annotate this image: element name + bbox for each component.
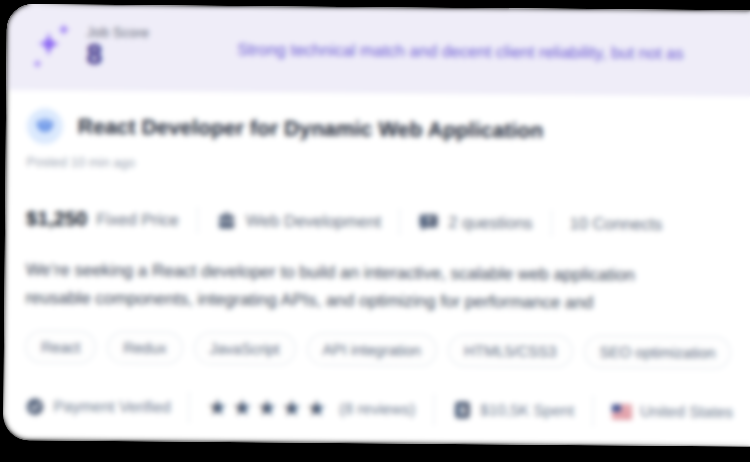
svg-text:$: $ [459,404,465,416]
skill-tag[interactable]: JavaScript [193,332,295,366]
screenshot-frame: Job Score 8 Strong technical match and d… [0,0,750,462]
reviews-count: (8 reviews) [339,400,415,419]
skill-tags: React Redux JavaScript API integration H… [25,330,750,370]
client-info-row: Payment Verified ★ ★ ★ ★ ★ (8 reviews) $… [24,390,750,429]
questions-label: 2 questions [448,213,533,233]
job-description: We’re seeking a React developer to build… [25,256,750,319]
gem-icon [27,108,63,144]
category-label: Web Development [246,211,382,231]
banknote-icon: $ [452,400,472,420]
skill-tag[interactable]: SEO optimization [583,335,731,369]
skill-tag[interactable]: React [25,330,96,364]
posted-time: Posted 10 min ago [27,154,750,176]
star-icon: ★ [257,397,277,419]
job-card-body: React Developer for Dynamic Web Applicat… [3,90,750,429]
sparkles-icon [28,21,74,73]
job-score-value: 8 [86,40,149,71]
skill-tag[interactable]: API integration [306,333,437,367]
divider [197,207,198,234]
divider [189,392,190,424]
job-score-banner: Job Score 8 Strong technical match and d… [6,4,750,97]
spent-amount: $10,5K Spent [480,401,574,420]
client-country: United States [640,403,733,422]
briefcase-icon [216,210,237,231]
verified-badge-icon [24,396,45,417]
skill-tag[interactable]: Redux [107,331,183,365]
connects-label: 10 Connects [570,214,663,234]
divider [399,208,400,235]
price-type-label: Fixed Price [96,210,179,230]
star-icon: ★ [282,397,302,419]
star-icon: ★ [208,397,228,419]
svg-text:?: ? [426,215,433,227]
skill-tag[interactable]: HTML5/CSS3 [448,334,573,368]
job-score-block: Job Score 8 [86,25,149,71]
us-flag-icon [611,404,632,419]
job-score-summary: Strong technical match and decent client… [237,40,750,64]
stats-row: $1,250 Fixed Price Web Development ? 2 q… [26,205,750,239]
star-icon: ★ [232,397,252,419]
question-bubble-icon: ? [418,212,439,233]
job-price: $1,250 [26,207,87,231]
star-rating: ★ ★ ★ ★ ★ [208,397,332,420]
divider [433,394,434,426]
job-title[interactable]: React Developer for Dynamic Web Applicat… [78,115,543,143]
description-line-2: reusable components, integrating APIs, a… [25,284,750,319]
payment-verified-label: Payment Verified [53,397,170,416]
divider [551,210,552,237]
job-card[interactable]: Job Score 8 Strong technical match and d… [3,4,750,447]
title-row: React Developer for Dynamic Web Applicat… [27,108,750,151]
star-icon: ★ [307,398,327,420]
divider [592,395,593,427]
